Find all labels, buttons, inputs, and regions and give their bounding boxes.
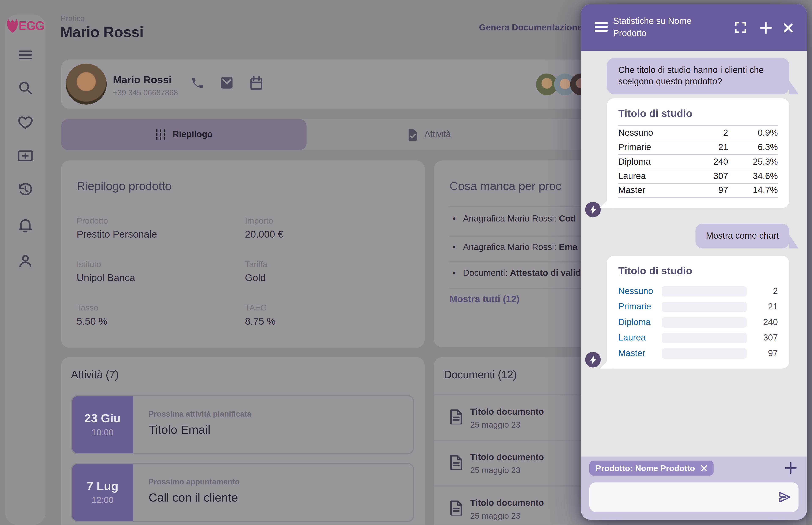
calendar-icon[interactable]: [250, 76, 263, 91]
activity-row[interactable]: 7 Lug 12:00 Prossimo appuntamento Call c…: [71, 463, 414, 522]
user-message-bubble: Che titolo di studio hanno i clienti che…: [607, 58, 789, 94]
bell-icon[interactable]: [18, 217, 33, 233]
documents-title: Documenti (12): [444, 369, 517, 381]
panel-menu-icon[interactable]: [594, 22, 608, 32]
document-date: 25 maggio 23: [470, 511, 520, 521]
tulip-logo-icon: [7, 19, 18, 33]
chat-panel-header: Statistiche su Nome Prodotto: [581, 4, 807, 51]
send-icon[interactable]: [778, 490, 792, 504]
tab-attivita[interactable]: Attività: [307, 119, 552, 150]
page-title: Mario Rossi: [60, 24, 143, 41]
activities-card: Attività (7) 23 Giu 10:00 Prossima attiv…: [61, 357, 425, 525]
tab-riepilogo[interactable]: Riepilogo: [61, 119, 307, 150]
avatar: [66, 64, 107, 104]
document-title: Titolo documento: [470, 407, 544, 417]
stats-table: Nessuno20.9% Primarie216.3% Diploma24025…: [618, 125, 778, 198]
activities-title: Attività (7): [71, 369, 119, 381]
ai-avatar: [585, 352, 601, 368]
activity-label: Prossimo appuntamento: [149, 477, 240, 486]
ai-avatar: [585, 202, 601, 217]
field-prodotto: Prodotto Prestito Personale: [76, 216, 157, 240]
stats-chart-card: Titolo di studio Nessuno 2 Primarie 21 D…: [607, 256, 789, 369]
context-chip[interactable]: Prodotto: Nome Prodotto: [589, 461, 714, 476]
chat-footer: Prodotto: Nome Prodotto: [581, 456, 807, 520]
chat-panel: Statistiche su Nome Prodotto Che titolo …: [581, 4, 807, 520]
grid-icon: [155, 129, 166, 140]
table-row: Master9714.7%: [618, 183, 778, 198]
document-title: Titolo documento: [470, 452, 544, 463]
activity-title: Call con il cliente: [149, 491, 238, 505]
bar-chart: Nessuno 2 Primarie 21 Diploma 240 Laurea: [618, 284, 778, 361]
chip-remove-icon[interactable]: [700, 465, 707, 471]
chart-row: Master 97: [618, 346, 778, 361]
logo-text: EGG: [19, 19, 44, 33]
document-check-icon: [408, 128, 418, 141]
table-row: Diploma24025.3%: [618, 154, 778, 169]
file-icon: [449, 500, 463, 515]
field-taeg: TAEG 8.75 %: [245, 303, 276, 327]
field-tasso: Tasso 5.50 %: [76, 303, 107, 327]
product-summary-card: Riepilogo prodotto Prodotto Prestito Per…: [61, 161, 425, 348]
file-icon: [449, 409, 463, 424]
app-screen: EGG Pratica M: [0, 0, 812, 525]
lightning-icon: [590, 355, 596, 364]
add-context-icon[interactable]: [784, 461, 798, 475]
sidebar: EGG: [5, 15, 45, 525]
expand-icon[interactable]: [734, 21, 747, 34]
tab-attivita-label: Attività: [424, 129, 451, 140]
contact-name: Mario Rossi: [113, 74, 172, 86]
missing-title: Cosa manca per proc: [449, 179, 561, 193]
table-row: Laurea30734.6%: [618, 169, 778, 183]
user-message-bubble: Mostra come chart: [696, 224, 789, 249]
search-icon[interactable]: [18, 81, 33, 95]
history-icon[interactable]: [17, 182, 33, 197]
menu-icon[interactable]: [19, 50, 32, 60]
chart-row: Nessuno 2: [618, 284, 778, 299]
context-chip-label: Prodotto: Nome Prodotto: [595, 464, 695, 473]
product-summary-title: Riepilogo prodotto: [76, 179, 171, 193]
chart-row: Laurea 307: [618, 330, 778, 346]
phone-icon[interactable]: [191, 76, 204, 91]
chart-row: Diploma 240: [618, 315, 778, 330]
table-row: Primarie216.3%: [618, 140, 778, 154]
chart-row: Primarie 21: [618, 299, 778, 315]
contact-phone: +39 345 06687868: [113, 88, 178, 97]
tab-riepilogo-label: Riepilogo: [173, 129, 213, 140]
chat-panel-title: Statistiche su Nome Prodotto: [613, 15, 722, 40]
activity-row[interactable]: 23 Giu 10:00 Prossima attività pianifica…: [71, 395, 414, 455]
close-icon[interactable]: [783, 23, 793, 33]
activity-title: Titolo Email: [149, 423, 210, 437]
breadcrumb: Pratica: [61, 14, 85, 23]
profile-icon[interactable]: [18, 254, 33, 268]
stats-table-card: Titolo di studio Nessuno20.9% Primarie21…: [607, 98, 789, 208]
new-chat-plus-icon[interactable]: [759, 21, 773, 35]
lightning-icon: [590, 205, 596, 214]
activity-date-badge: 23 Giu 10:00: [72, 396, 133, 453]
activity-label: Prossima attività pianificata: [149, 409, 251, 418]
document-title: Titolo documento: [470, 498, 544, 508]
activity-date-badge: 7 Lug 12:00: [72, 464, 133, 521]
stats-table-title: Titolo di studio: [618, 108, 692, 119]
field-istituto: Istituto Unipol Banca: [76, 260, 135, 284]
email-icon[interactable]: [220, 76, 234, 91]
message-input[interactable]: [589, 482, 798, 512]
field-tariffa: Tariffa Gold: [245, 260, 267, 284]
document-date: 25 maggio 23: [470, 420, 520, 430]
document-date: 25 maggio 23: [470, 466, 520, 475]
stats-chart-title: Titolo di studio: [618, 265, 692, 277]
add-card-icon[interactable]: [17, 150, 33, 162]
field-importo: Importo 20.000 €: [245, 216, 283, 240]
app-logo[interactable]: EGG: [7, 19, 44, 33]
show-all-link[interactable]: Mostra tutti (12): [449, 294, 519, 305]
heart-icon[interactable]: [17, 116, 33, 130]
file-icon: [449, 454, 463, 470]
generate-docs-button[interactable]: Genera Documentazione: [479, 23, 582, 33]
table-row: Nessuno20.9%: [618, 125, 778, 140]
